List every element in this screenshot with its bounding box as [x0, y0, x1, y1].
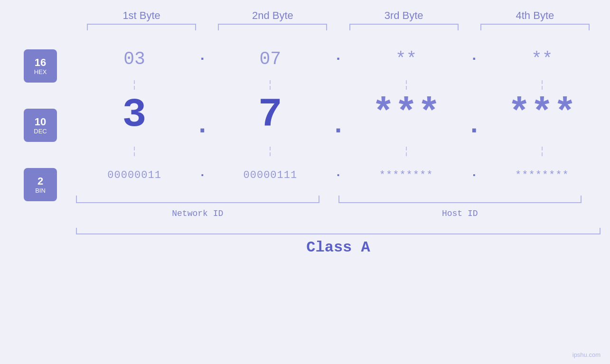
bin-dot3-char: .	[470, 166, 478, 180]
hex-dot3: .	[465, 48, 484, 70]
bin-oct3: ********	[379, 169, 433, 181]
content-area: 16 HEX 10 DEC 2 BIN 03 .	[0, 35, 610, 364]
sep-dec-bin	[76, 144, 610, 159]
dec-dot1: .	[193, 92, 212, 144]
dec-dot1-char: .	[195, 111, 210, 140]
bin-badge: 2 BIN	[24, 168, 57, 201]
dec-dot3: .	[465, 92, 484, 144]
watermark: ipshu.com	[572, 351, 601, 358]
bracket-4	[480, 24, 590, 30]
sep7	[348, 147, 465, 156]
sep2	[212, 80, 328, 90]
badges-column: 16 HEX 10 DEC 2 BIN	[14, 35, 66, 201]
hex-oct4-group: **	[484, 49, 601, 69]
bin-dot1-char: .	[198, 166, 206, 180]
hex-oct3-group: **	[348, 49, 465, 69]
hex-number: 16	[35, 57, 46, 68]
hex-oct2: 07	[260, 49, 282, 69]
hex-dot1: .	[193, 48, 212, 70]
main-container: 1st Byte 2nd Byte 3rd Byte 4th Byte 16 H…	[0, 0, 610, 364]
dec-dot2: .	[329, 92, 348, 144]
hex-row: 03 . 07 . ** . **	[76, 40, 610, 78]
dec-row: 3 . 7 . *** . ***	[76, 92, 610, 144]
dec-oct4: ***	[508, 92, 576, 135]
network-id-label: Network ID	[76, 209, 319, 218]
bin-oct1: 00000011	[107, 169, 161, 181]
bin-row: 00000011 . 00000111 . ******** .	[76, 159, 610, 192]
dec-badge: 10 DEC	[24, 109, 57, 142]
hex-badge: 16 HEX	[24, 49, 57, 83]
bracket-1	[87, 24, 196, 30]
bin-oct4-group: ********	[484, 169, 601, 181]
host-id-label: Host ID	[338, 209, 582, 218]
dec-oct4-group: ***	[484, 92, 601, 135]
dec-number: 10	[35, 117, 46, 127]
bottom-brackets-row	[76, 194, 610, 203]
hex-dot3-char: .	[470, 48, 479, 64]
top-bracket-row	[0, 24, 610, 30]
sep3	[348, 80, 465, 90]
hex-oct4: **	[531, 49, 553, 69]
id-labels-row: Network ID Host ID	[76, 204, 610, 223]
sep1	[76, 80, 193, 90]
class-bracket	[76, 228, 601, 234]
dec-oct2-group: 7	[212, 92, 328, 138]
bin-dot2: .	[329, 166, 348, 185]
bin-oct4: ********	[515, 169, 569, 181]
hex-dot2: .	[329, 48, 348, 70]
dbl7	[406, 147, 407, 156]
sep4	[484, 80, 601, 90]
byte2-header: 2nd Byte	[213, 9, 332, 22]
byte-headers: 1st Byte 2nd Byte 3rd Byte 4th Byte	[0, 0, 610, 22]
bin-oct3-group: ********	[348, 169, 465, 181]
dbl4	[542, 80, 543, 90]
bin-oct2-group: 00000111	[212, 169, 328, 181]
bracket-2	[218, 24, 327, 30]
bracket-3	[349, 24, 459, 30]
sep6	[212, 147, 328, 156]
bin-dot2-char: .	[335, 166, 342, 180]
dec-oct3: ***	[372, 92, 441, 135]
ip-grid: 03 . 07 . ** . **	[76, 35, 610, 259]
dbl6	[270, 147, 271, 156]
dec-dot2-char: .	[330, 111, 346, 140]
dbl5	[134, 147, 135, 156]
sep-hex-dec	[76, 78, 610, 92]
dec-label: DEC	[34, 128, 47, 134]
hex-label: HEX	[34, 69, 47, 75]
dbl8	[542, 147, 543, 156]
class-label: Class A	[306, 239, 370, 256]
dbl2	[270, 80, 271, 90]
bin-dot1: .	[193, 166, 212, 185]
hex-dot2-char: .	[334, 48, 342, 64]
bin-oct1-group: 00000011	[76, 169, 193, 181]
dec-oct3-group: ***	[348, 92, 465, 135]
byte4-header: 4th Byte	[476, 9, 594, 22]
bin-dot3: .	[465, 166, 484, 185]
network-bracket	[76, 196, 319, 203]
bin-oct2: 00000111	[244, 169, 298, 181]
hex-dot1-char: .	[198, 48, 206, 64]
hex-oct1-group: 03	[76, 49, 193, 69]
dec-dot3-char: .	[466, 111, 482, 140]
dbl3	[406, 80, 407, 90]
sep8	[484, 147, 601, 156]
bin-number: 2	[38, 176, 43, 187]
dec-oct1-group: 3	[76, 92, 193, 138]
sep5	[76, 147, 193, 156]
big-bracket-row	[76, 225, 610, 234]
hex-oct2-group: 07	[212, 49, 328, 69]
bin-label: BIN	[35, 187, 46, 194]
hex-oct3: **	[395, 49, 417, 69]
hex-oct1: 03	[123, 49, 145, 69]
byte3-header: 3rd Byte	[345, 9, 463, 22]
host-bracket	[338, 196, 582, 203]
dec-oct1: 3	[122, 92, 147, 138]
dbl1	[134, 80, 135, 90]
byte1-header: 1st Byte	[82, 9, 201, 22]
class-label-row: Class A	[76, 235, 610, 259]
dec-oct2: 7	[258, 92, 282, 138]
